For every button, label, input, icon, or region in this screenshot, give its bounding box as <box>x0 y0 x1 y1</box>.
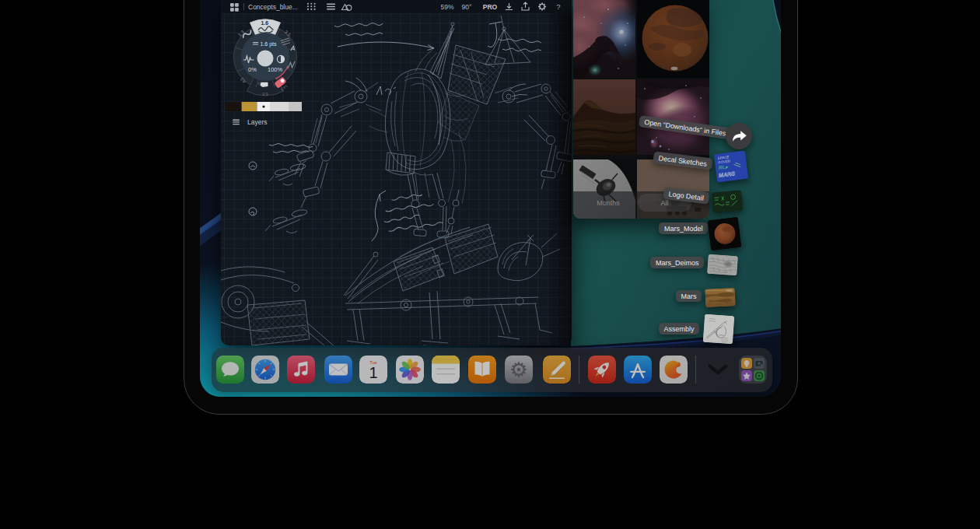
svg-text:0%: 0% <box>248 66 257 73</box>
svg-text:1.6 pts: 1.6 pts <box>261 41 278 47</box>
svg-text:100%: 100% <box>268 66 283 73</box>
svg-text:Layers: Layers <box>247 118 268 126</box>
svg-text:59%: 59% <box>440 3 453 11</box>
svg-text:90°: 90° <box>462 3 472 11</box>
svg-text:PRO: PRO <box>483 3 498 11</box>
svg-text:1.6: 1.6 <box>261 20 269 26</box>
svg-text:6.8: 6.8 <box>262 92 268 96</box>
svg-text:?: ? <box>556 2 560 11</box>
